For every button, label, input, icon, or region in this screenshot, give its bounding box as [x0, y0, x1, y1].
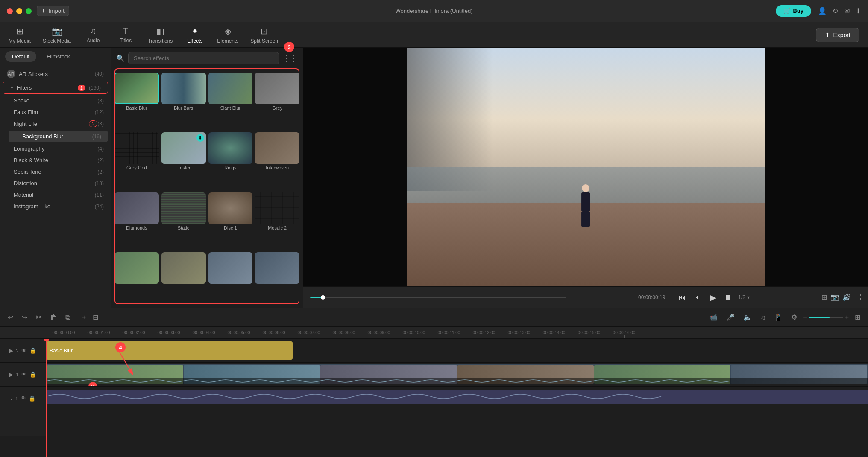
export-button[interactable]: ⬆ Export	[816, 28, 859, 42]
effect-disc1[interactable]: Disc 1	[208, 192, 253, 250]
playhead	[46, 339, 47, 457]
effect-label-blur-bars: Blur Bars	[161, 104, 206, 112]
effect-basic-blur[interactable]: Basic Blur	[114, 73, 159, 130]
effect-row4a[interactable]	[114, 252, 159, 304]
content-area: Default Filmstock AR AR Stickers (40) ▼ …	[0, 48, 868, 308]
sidebar-item-night-life[interactable]: Night Life 2 (3)	[0, 118, 111, 130]
toolbar-effects[interactable]: ✦ Effects	[185, 26, 205, 44]
undo-button[interactable]: ↩	[5, 311, 16, 323]
grid-toggle-icon[interactable]: ⊞	[852, 311, 863, 323]
toolbar-audio[interactable]: ♫ Audio	[83, 26, 103, 44]
toolbar-transitions[interactable]: ◧ Transitions	[148, 26, 173, 44]
minimize-button[interactable]	[16, 8, 22, 14]
track-a1-visibility[interactable]: 👁	[21, 395, 26, 402]
sidebar-item-shake[interactable]: Shake (8)	[0, 95, 111, 106]
buy-label: Buy	[793, 8, 803, 14]
zoom-out-icon[interactable]: −	[803, 314, 807, 321]
track-a1-content	[46, 387, 868, 410]
audio-clip[interactable]	[46, 390, 868, 404]
toolbar-titles[interactable]: T Titles	[115, 26, 136, 44]
sidebar-item-sepia-tone[interactable]: Sepia Tone (2)	[0, 166, 111, 178]
progress-bar[interactable]	[310, 297, 566, 298]
grid-view-icon[interactable]: ⋮⋮	[282, 54, 298, 63]
effect-thumb-mosaic2	[255, 192, 299, 224]
phone-icon[interactable]: 📱	[771, 311, 785, 323]
effect-slant-blur[interactable]: Slant Blur	[208, 73, 253, 130]
elements-label: Elements	[217, 38, 238, 44]
timeline-ruler: 00:00:00:00 00:00:01:00 00:00:02:00 00:0…	[0, 327, 868, 339]
effect-rings[interactable]: Rings	[208, 132, 253, 189]
refresh-icon[interactable]: ↻	[833, 7, 838, 15]
sidebar-item-instagram-like[interactable]: Instagram-Like (24)	[0, 201, 111, 212]
close-button[interactable]	[7, 8, 13, 14]
search-input[interactable]	[128, 52, 279, 64]
fit-timeline-button[interactable]: ⊟	[90, 311, 101, 323]
sidebar-item-ar-stickers[interactable]: AR AR Stickers (40)	[0, 67, 111, 81]
add-track-button[interactable]: +	[79, 312, 88, 323]
effect-interwoven[interactable]: Interwoven	[255, 132, 299, 189]
skip-back-button[interactable]: ⏮	[677, 292, 687, 303]
camera-icon[interactable]: 📹	[707, 311, 720, 323]
effect-mosaic2[interactable]: Mosaic 2	[255, 192, 299, 250]
import-button[interactable]: ⬇ Import	[37, 6, 69, 16]
sidebar-item-filters[interactable]: ▼ Filters 1 (160)	[3, 82, 108, 94]
effect-static[interactable]: Static	[161, 192, 206, 250]
effect-row4d[interactable]	[255, 252, 299, 304]
music-note-icon[interactable]: ♫	[758, 312, 768, 323]
play-button[interactable]: ▶	[708, 291, 718, 304]
user-icon[interactable]: 👤	[818, 7, 827, 15]
cut-button[interactable]: ✂	[33, 311, 44, 323]
sidebar-item-distortion[interactable]: Distortion (18)	[0, 178, 111, 189]
tab-default[interactable]: Default	[5, 51, 36, 62]
effect-thumb-row4b	[161, 252, 206, 284]
stop-button[interactable]: ⏹	[723, 292, 733, 303]
effect-frosted[interactable]: ⬇ Frosted	[161, 132, 206, 189]
screenshot-icon[interactable]: 📷	[830, 293, 839, 301]
buy-button[interactable]: 🛒 Buy	[776, 5, 811, 17]
track-v1-label: 1	[16, 372, 18, 377]
sidebar-item-lomography[interactable]: Lomography (4)	[0, 143, 111, 154]
sidebar-item-background-blur[interactable]: Background Blur (16)	[9, 131, 108, 142]
mic-icon[interactable]: 🎤	[724, 311, 737, 323]
settings-icon[interactable]: ⚙	[789, 311, 800, 323]
effects-panel: 🔍 ⋮⋮ 3 Basic Blur Blur Bars Slant Blur	[111, 48, 303, 308]
track-v1-visibility[interactable]: 👁	[21, 371, 27, 378]
toolbar-my-media[interactable]: ⊞ My Media	[9, 26, 31, 44]
delete-button[interactable]: 🗑	[47, 312, 59, 323]
download-icon[interactable]: ⬇	[856, 7, 861, 15]
toolbar-elements[interactable]: ◈ Elements	[217, 26, 238, 44]
clip-basic-blur[interactable]: Basic Blur	[46, 341, 293, 360]
mail-icon[interactable]: ✉	[844, 7, 850, 15]
fullscreen-button[interactable]	[26, 8, 32, 14]
toolbar-stock-media[interactable]: 📷 Stock Media	[43, 26, 71, 44]
playback-controls: ⏮ ⏴ ▶ ⏹	[677, 291, 733, 304]
speaker-icon[interactable]: 🔈	[741, 311, 754, 323]
effect-grey[interactable]: Grey	[255, 73, 299, 130]
sidebar-item-material[interactable]: Material (11)	[0, 189, 111, 201]
effect-diamonds[interactable]: Diamonds	[114, 192, 159, 250]
track-v1-lock[interactable]: 🔒	[29, 371, 36, 378]
redo-button[interactable]: ↪	[19, 311, 30, 323]
track-v2-visibility[interactable]: 👁	[21, 347, 27, 354]
effect-blur-bars[interactable]: Blur Bars	[161, 73, 206, 130]
effect-row4b[interactable]	[161, 252, 206, 304]
ripple-button[interactable]: ⧉	[63, 312, 73, 323]
fullscreen-icon[interactable]: ⛶	[854, 294, 861, 301]
video-clip[interactable]	[46, 364, 868, 384]
frame-back-button[interactable]: ⏴	[692, 292, 703, 303]
speed-dropdown-icon[interactable]: ▾	[747, 294, 750, 300]
annotation-3: 3	[284, 42, 294, 52]
volume-icon[interactable]: 🔊	[842, 293, 851, 301]
shake-label: Shake	[14, 97, 97, 104]
sidebar-item-black-white[interactable]: Black & White (2)	[0, 154, 111, 166]
toolbar-split-screen[interactable]: ⊡ Split Screen	[250, 26, 278, 44]
ar-stickers-icon: AR	[7, 70, 15, 78]
track-v2-lock[interactable]: 🔒	[29, 347, 36, 354]
effect-row4c[interactable]	[208, 252, 253, 304]
fit-to-screen-icon[interactable]: ⊞	[821, 293, 827, 301]
zoom-in-icon[interactable]: +	[845, 314, 849, 321]
sidebar-item-faux-film[interactable]: Faux Film (12)	[0, 106, 111, 118]
tab-filmstock[interactable]: Filmstock	[40, 51, 77, 62]
track-a1-lock[interactable]: 🔒	[29, 395, 35, 402]
effect-grey-grid[interactable]: Grey Grid	[114, 132, 159, 189]
